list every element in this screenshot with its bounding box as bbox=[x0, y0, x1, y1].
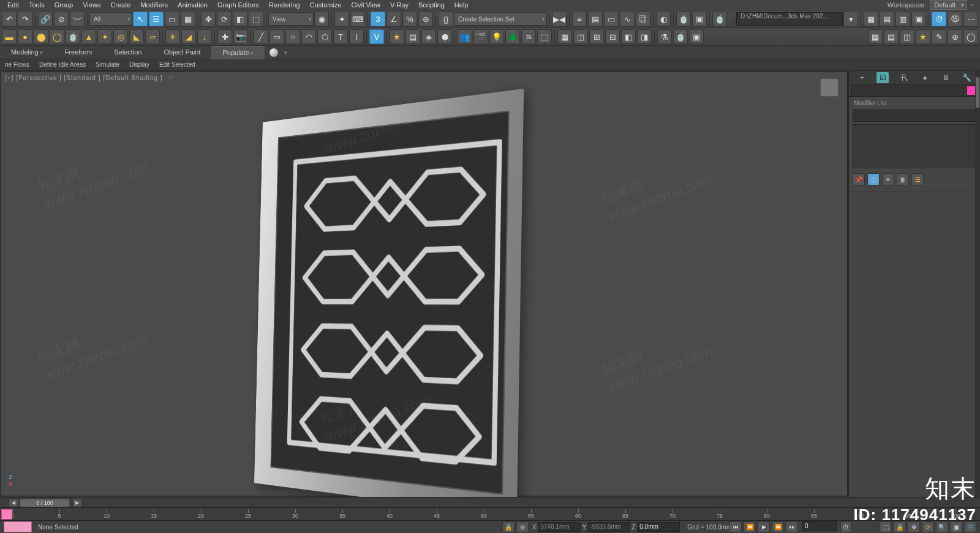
layers-button[interactable]: ▤ bbox=[588, 12, 603, 26]
align-button[interactable]: ≡ bbox=[572, 12, 587, 26]
cmdtab-utilities-icon[interactable]: 🔧 bbox=[961, 72, 973, 83]
move-button[interactable]: ✥ bbox=[201, 12, 216, 26]
nav-pan-button[interactable]: ✥ bbox=[908, 521, 920, 532]
selection-lock-button[interactable]: 🔒 bbox=[894, 521, 906, 532]
render-production-button[interactable]: 🍵 bbox=[712, 12, 727, 26]
selection-filter-dropdown[interactable]: All bbox=[89, 12, 132, 26]
nav-mode-button[interactable]: ☰ bbox=[964, 521, 976, 532]
ref-coord-dropdown[interactable]: View bbox=[268, 12, 314, 26]
nav-zoom-ext-button[interactable]: ▣ bbox=[950, 521, 962, 532]
menu-rendering[interactable]: Rendering bbox=[264, 0, 305, 10]
spline-circle-button[interactable]: ○ bbox=[285, 29, 300, 44]
create-cylinder-button[interactable]: ⬤ bbox=[34, 29, 48, 44]
modifier-stack-list[interactable] bbox=[853, 124, 976, 168]
extras-7-button[interactable]: 💡 bbox=[489, 29, 504, 44]
extras-5-button[interactable]: 👥 bbox=[458, 29, 472, 44]
cmdtab-motion-icon[interactable]: ● bbox=[919, 72, 931, 83]
select-object-button[interactable]: ↖ bbox=[133, 12, 148, 26]
unlink-button[interactable]: ⊘ bbox=[54, 12, 69, 26]
rt-7-button[interactable]: ◯ bbox=[963, 29, 978, 44]
extras-8-button[interactable]: 🌲 bbox=[505, 29, 520, 44]
vp-layout-2-button[interactable]: ▤ bbox=[880, 12, 894, 26]
timeslider-prev-icon[interactable]: ◀ bbox=[9, 499, 18, 507]
extras-17-button[interactable]: ⚗ bbox=[657, 29, 672, 44]
keyboard-shortcut-button[interactable]: ⌨ bbox=[350, 12, 365, 26]
rt-5-button[interactable]: ✎ bbox=[932, 29, 946, 44]
cmdtab-modify-icon[interactable]: ☑ bbox=[876, 72, 889, 83]
rendered-frame-button[interactable]: ▣ bbox=[692, 12, 707, 26]
extras-6-button[interactable]: 🎬 bbox=[473, 29, 488, 44]
manipulate-button[interactable]: ✦ bbox=[334, 12, 349, 26]
autobak-count-button[interactable]: ⑮ bbox=[948, 12, 962, 26]
mirror-button[interactable]: ▶◀ bbox=[552, 12, 567, 26]
ribbon-orb-icon[interactable] bbox=[270, 48, 278, 57]
rt-3-button[interactable]: ◫ bbox=[900, 29, 914, 44]
spline-text-button[interactable]: T bbox=[333, 29, 348, 44]
select-by-name-button[interactable]: ☰ bbox=[149, 12, 164, 26]
curve-editor-button[interactable]: ∿ bbox=[620, 12, 635, 26]
timeslider-next-icon[interactable]: ▶ bbox=[72, 499, 82, 507]
create-plane-button[interactable]: ▱ bbox=[145, 29, 160, 44]
viewport-label[interactable]: [+] [Perspective ] [Standard ] [Default … bbox=[5, 75, 173, 81]
schematic-view-button[interactable]: ⿻ bbox=[636, 12, 650, 26]
select-region-button[interactable]: ▭ bbox=[165, 12, 179, 26]
spline-line-button[interactable]: ╱ bbox=[254, 29, 268, 44]
ribbon-tab-selection[interactable]: Selection bbox=[103, 46, 153, 59]
create-box-button[interactable]: ▬ bbox=[2, 29, 17, 44]
create-pyramid-button[interactable]: ◣ bbox=[129, 29, 144, 44]
redo-button[interactable]: ↷ bbox=[18, 12, 32, 26]
viewport-perspective[interactable]: [+] [Perspective ] [Standard ] [Default … bbox=[1, 72, 848, 496]
project-path-field[interactable]: D:\ZHM\Docum...3ds Max 202... bbox=[736, 12, 843, 26]
path-dropdown-icon[interactable]: ▾ bbox=[843, 12, 858, 26]
object-name-field[interactable] bbox=[851, 86, 964, 95]
menu-modifiers[interactable]: Modifiers bbox=[135, 0, 173, 10]
extras-10-button[interactable]: ⬚ bbox=[537, 29, 552, 44]
goto-start-button[interactable]: ⏮ bbox=[729, 521, 742, 532]
workspace-nav-icon[interactable]: » bbox=[971, 2, 974, 8]
menu-scripting[interactable]: Scripting bbox=[413, 0, 450, 10]
current-frame-field[interactable]: 0 bbox=[802, 521, 837, 531]
play-button[interactable]: ▶ bbox=[758, 521, 770, 532]
menu-group[interactable]: Group bbox=[50, 0, 78, 10]
modifier-list-dropdown[interactable] bbox=[853, 110, 976, 122]
spinner-snap-button[interactable]: ⊕ bbox=[418, 12, 433, 26]
menu-animation[interactable]: Animation bbox=[173, 0, 213, 10]
viewcube-icon[interactable] bbox=[820, 78, 839, 97]
create-cone-button[interactable]: ▲ bbox=[81, 29, 96, 44]
create-tube-button[interactable]: ◎ bbox=[113, 29, 128, 44]
scene-object-panel[interactable] bbox=[258, 121, 552, 482]
subrib-simulate[interactable]: Simulate bbox=[91, 59, 124, 70]
cmdtab-display-icon[interactable]: 🖥 bbox=[940, 72, 952, 83]
cmdtab-hierarchy-icon[interactable]: 卂 bbox=[898, 72, 910, 83]
light-spot-button[interactable]: ◢ bbox=[181, 29, 196, 44]
cmdtab-create-icon[interactable]: + bbox=[856, 72, 868, 83]
extras-12-button[interactable]: ◫ bbox=[573, 29, 588, 44]
toggle-ribbon-button[interactable]: ▭ bbox=[604, 12, 619, 26]
rt-6-button[interactable]: ⊕ bbox=[948, 29, 962, 44]
nav-orbit-button[interactable]: ⟳ bbox=[922, 521, 934, 532]
light-omni-button[interactable]: ☀ bbox=[165, 29, 180, 44]
scale-button[interactable]: ◧ bbox=[233, 12, 247, 26]
angle-snap-button[interactable]: ∠ bbox=[386, 12, 401, 26]
menu-graph-editors[interactable]: Graph Editors bbox=[213, 0, 264, 10]
x-field[interactable]: 5748.1mm bbox=[538, 522, 581, 532]
modstack-show-end-button[interactable]: ◫ bbox=[867, 173, 880, 185]
create-geosphere-button[interactable]: ✦ bbox=[97, 29, 112, 44]
create-teapot-button[interactable]: 🍵 bbox=[66, 29, 80, 44]
z-field[interactable]: 0.0mm bbox=[637, 522, 680, 532]
autobak-more-button[interactable]: ⋯ bbox=[963, 12, 978, 26]
ribbon-tab-object-paint[interactable]: Object Paint bbox=[153, 46, 212, 59]
y-field[interactable]: -5833.6mm bbox=[587, 522, 630, 532]
vp-layout-4-button[interactable]: ▣ bbox=[911, 12, 926, 26]
bind-spacewarp-button[interactable]: 〰 bbox=[70, 12, 85, 26]
ribbon-expand-icon[interactable]: ▾ bbox=[284, 50, 287, 56]
next-frame-button[interactable]: ⏩ bbox=[772, 521, 784, 532]
extras-14-button[interactable]: ⊟ bbox=[605, 29, 620, 44]
command-panel-scrollbar[interactable] bbox=[975, 71, 980, 497]
snap-toggle-button[interactable]: 3 bbox=[371, 12, 385, 26]
autobak-button[interactable]: ⏱ bbox=[932, 12, 946, 26]
link-button[interactable]: 🔗 bbox=[38, 12, 53, 26]
extras-15-button[interactable]: ◧ bbox=[621, 29, 636, 44]
menu-vray[interactable]: V-Ray bbox=[385, 0, 413, 10]
menu-edit[interactable]: Edit bbox=[2, 0, 24, 10]
